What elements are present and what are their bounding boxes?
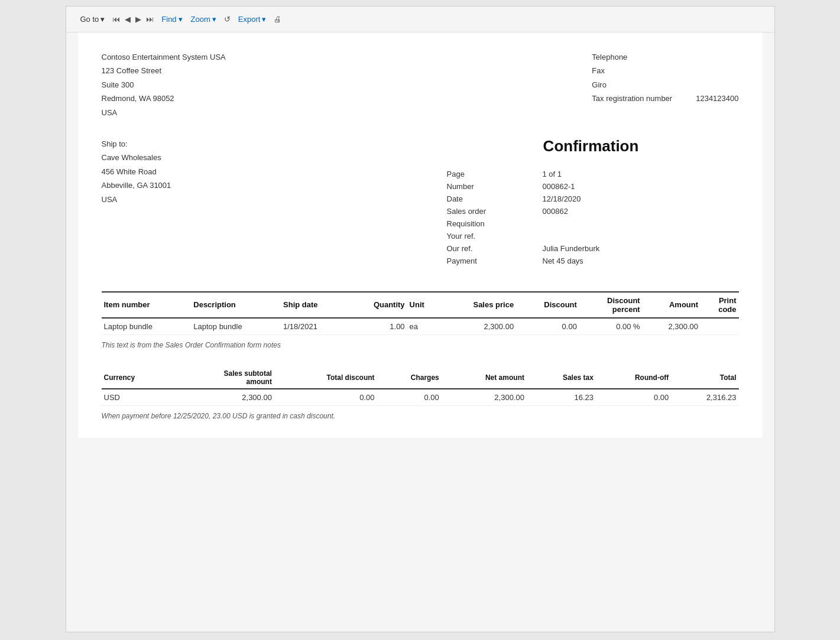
totals-subtotal: 2,300.00 bbox=[171, 389, 274, 406]
export-button[interactable]: Export ▾ bbox=[236, 14, 269, 25]
conf-field-value: 000862-1 bbox=[540, 181, 738, 192]
col-description: Description bbox=[191, 292, 281, 318]
nav-last-button[interactable]: ⏭ bbox=[144, 14, 155, 25]
tax-reg-label: Tax registration number bbox=[592, 92, 672, 105]
zoom-label: Zoom bbox=[191, 15, 210, 24]
totals-table-body: USD 2,300.00 0.00 0.00 2,300.00 16.23 0.… bbox=[102, 389, 739, 406]
items-table-header: Item number Description Ship date Quanti… bbox=[102, 292, 739, 318]
goto-chevron-icon: ▾ bbox=[100, 15, 105, 24]
totals-currency: USD bbox=[102, 389, 171, 406]
goto-button[interactable]: Go to ▾ bbox=[78, 14, 108, 25]
items-table: Item number Description Ship date Quanti… bbox=[102, 291, 739, 335]
cell-description: Laptop bundle bbox=[191, 318, 281, 335]
form-notes: This text is from the Sales Order Confir… bbox=[102, 341, 739, 349]
table-row: USD 2,300.00 0.00 0.00 2,300.00 16.23 0.… bbox=[102, 389, 739, 406]
find-label: Find bbox=[161, 15, 176, 24]
find-button[interactable]: Find ▾ bbox=[159, 14, 184, 25]
company-name: Contoso Entertainment System USA bbox=[102, 50, 226, 64]
shipto-address1: 456 White Road bbox=[102, 165, 171, 178]
col-ship-date: Ship date bbox=[281, 292, 347, 318]
company-info: Contoso Entertainment System USA 123 Cof… bbox=[102, 50, 226, 119]
totals-net-amount: 2,300.00 bbox=[442, 389, 527, 406]
totals-col-currency: Currency bbox=[102, 367, 171, 389]
nav-first-button[interactable]: ⏮ bbox=[111, 14, 122, 25]
conf-row: Page1 of 1 bbox=[445, 168, 738, 180]
conf-row: Date12/18/2020 bbox=[445, 193, 738, 204]
cell-discount: 0.00 bbox=[516, 318, 579, 335]
conf-field-label: Number bbox=[445, 181, 539, 192]
table-row: Laptop bundle Laptop bundle 1/18/2021 1.… bbox=[102, 318, 739, 335]
totals-col-charges: Charges bbox=[377, 367, 442, 389]
company-address2: Suite 300 bbox=[102, 78, 226, 92]
cell-discount-percent: 0.00 % bbox=[579, 318, 643, 335]
conf-field-value bbox=[540, 230, 738, 242]
cell-ship-date: 1/18/2021 bbox=[281, 318, 347, 335]
col-discount-percent: Discountpercent bbox=[579, 292, 643, 318]
cell-quantity: 1.00 bbox=[347, 318, 407, 335]
goto-label: Go to bbox=[80, 15, 99, 24]
cell-item-number: Laptop bundle bbox=[102, 318, 192, 335]
zoom-chevron-icon: ▾ bbox=[212, 15, 216, 24]
company-address1: 123 Coffee Street bbox=[102, 64, 226, 77]
conf-row: Sales order000862 bbox=[445, 206, 738, 217]
totals-col-round-off: Round-off bbox=[596, 367, 671, 389]
tax-reg-value: 1234123400 bbox=[696, 92, 738, 105]
nav-controls: ⏮ ◀ ▶ ⏭ bbox=[111, 14, 155, 25]
conf-field-label: Page bbox=[445, 168, 539, 180]
col-quantity: Quantity bbox=[347, 292, 407, 318]
conf-field-value bbox=[540, 218, 738, 229]
confirmation-title: Confirmation bbox=[443, 137, 739, 155]
shipto-label: Ship to: bbox=[102, 137, 171, 151]
totals-col-total: Total bbox=[671, 367, 738, 389]
company-country: USA bbox=[102, 106, 226, 119]
conf-field-label: Sales order bbox=[445, 206, 539, 217]
conf-row: Number000862-1 bbox=[445, 181, 738, 192]
find-chevron-icon: ▾ bbox=[179, 15, 183, 24]
totals-round-off: 0.00 bbox=[596, 389, 671, 406]
confirmation-block: Confirmation Page1 of 1Number000862-1Dat… bbox=[443, 137, 739, 268]
col-print-code: Printcode bbox=[700, 292, 738, 318]
conf-row: Our ref.Julia Funderburk bbox=[445, 243, 738, 254]
contact-info: Telephone Fax Giro Tax registration numb… bbox=[592, 50, 738, 119]
export-chevron-icon: ▾ bbox=[262, 15, 266, 24]
page-container: Go to ▾ ⏮ ◀ ▶ ⏭ Find ▾ Zoom ▾ ↺ Export ▾… bbox=[66, 6, 775, 632]
totals-sales-tax: 16.23 bbox=[527, 389, 596, 406]
nav-next-button[interactable]: ▶ bbox=[134, 14, 143, 25]
col-discount: Discount bbox=[516, 292, 579, 318]
totals-col-total-discount: Total discount bbox=[274, 367, 377, 389]
conf-field-value: Net 45 days bbox=[540, 255, 738, 267]
conf-field-value: 1 of 1 bbox=[540, 168, 738, 180]
col-item-number: Item number bbox=[102, 292, 192, 318]
shipto-name: Cave Wholesales bbox=[102, 151, 171, 164]
conf-field-label: Our ref. bbox=[445, 243, 539, 254]
telephone-label: Telephone bbox=[592, 50, 738, 64]
cell-print-code bbox=[700, 318, 738, 335]
export-label: Export bbox=[238, 15, 261, 24]
totals-col-sales-tax: Sales tax bbox=[527, 367, 596, 389]
cell-sales-price: 2,300.00 bbox=[440, 318, 516, 335]
shipto-city-state-zip: Abbeville, GA 31001 bbox=[102, 178, 171, 192]
zoom-button[interactable]: Zoom ▾ bbox=[189, 14, 219, 25]
conf-field-label: Requisition bbox=[445, 218, 539, 229]
cell-amount: 2,300.00 bbox=[643, 318, 700, 335]
nav-prev-button[interactable]: ◀ bbox=[123, 14, 132, 25]
print-button[interactable]: 🖨 bbox=[272, 14, 283, 25]
conf-field-label: Your ref. bbox=[445, 230, 539, 242]
refresh-button[interactable]: ↺ bbox=[222, 14, 232, 25]
totals-col-subtotal: Sales subtotalamount bbox=[171, 367, 274, 389]
totals-total: 2,316.23 bbox=[671, 389, 738, 406]
toolbar: Go to ▾ ⏮ ◀ ▶ ⏭ Find ▾ Zoom ▾ ↺ Export ▾… bbox=[66, 7, 774, 33]
shipto-country: USA bbox=[102, 193, 171, 206]
conf-field-value: 12/18/2020 bbox=[540, 193, 738, 204]
conf-field-value: 000862 bbox=[540, 206, 738, 217]
col-unit: Unit bbox=[407, 292, 440, 318]
conf-row: PaymentNet 45 days bbox=[445, 255, 738, 267]
col-sales-price: Sales price bbox=[440, 292, 516, 318]
confirmation-table: Page1 of 1Number000862-1Date12/18/2020Sa… bbox=[443, 167, 739, 268]
conf-row: Requisition bbox=[445, 218, 738, 229]
totals-table: Currency Sales subtotalamount Total disc… bbox=[102, 367, 739, 406]
tax-row: Tax registration number 1234123400 bbox=[592, 92, 738, 105]
middle-section: Ship to: Cave Wholesales 456 White Road … bbox=[102, 137, 739, 268]
document-area: Contoso Entertainment System USA 123 Cof… bbox=[78, 33, 763, 438]
totals-table-header: Currency Sales subtotalamount Total disc… bbox=[102, 367, 739, 389]
